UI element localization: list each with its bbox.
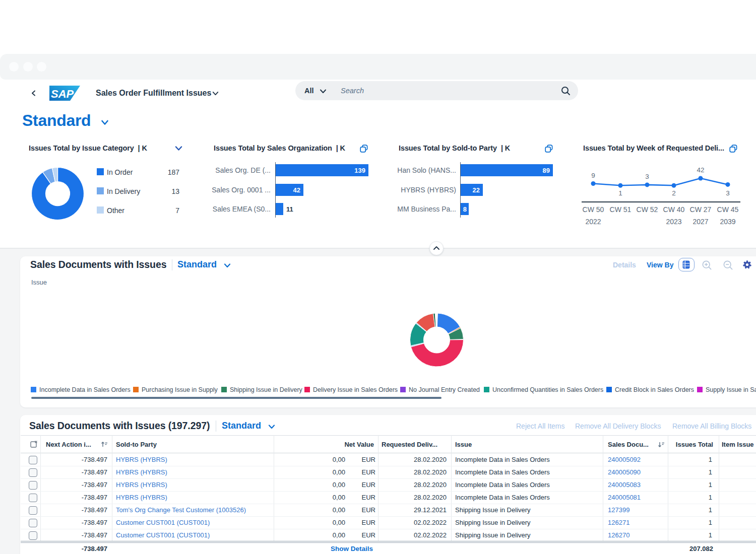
svg-text:SAP: SAP xyxy=(51,88,74,100)
